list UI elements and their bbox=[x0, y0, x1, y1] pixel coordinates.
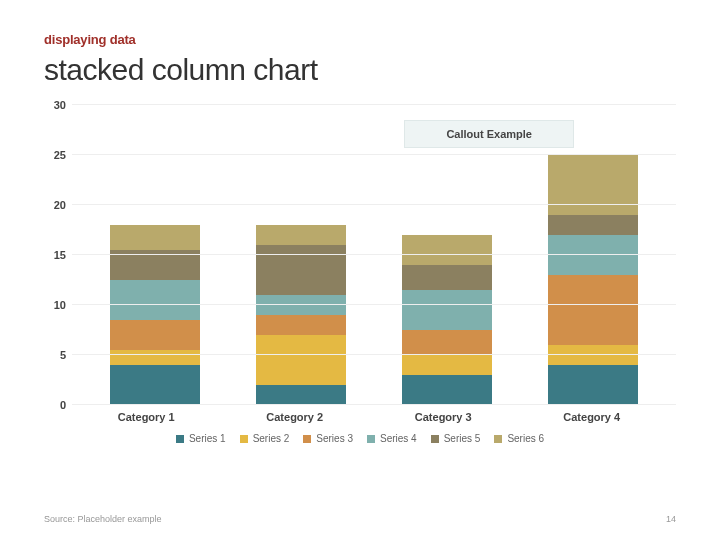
column-wrap bbox=[374, 235, 520, 405]
gridline bbox=[72, 354, 676, 355]
y-tick-label: 15 bbox=[54, 249, 66, 261]
gridline bbox=[72, 254, 676, 255]
segment-series-4 bbox=[256, 295, 346, 315]
segment-series-1 bbox=[548, 365, 638, 405]
callout-text: Callout Example bbox=[446, 128, 532, 140]
segment-series-5 bbox=[256, 245, 346, 295]
stacked-column bbox=[402, 235, 492, 405]
y-tick-label: 20 bbox=[54, 199, 66, 211]
segment-series-2 bbox=[402, 355, 492, 375]
gridline bbox=[72, 304, 676, 305]
eyebrow-text: displaying data bbox=[44, 32, 676, 47]
legend-item: Series 6 bbox=[494, 433, 544, 444]
legend-swatch bbox=[367, 435, 375, 443]
y-axis: 051015202530 bbox=[44, 105, 72, 405]
x-tick-label: Category 4 bbox=[518, 411, 667, 423]
segment-series-2 bbox=[110, 350, 200, 365]
segment-series-6 bbox=[256, 225, 346, 245]
legend-item: Series 2 bbox=[240, 433, 290, 444]
segment-series-4 bbox=[402, 290, 492, 330]
gridline bbox=[72, 104, 676, 105]
chart: 051015202530 Callout Example bbox=[44, 105, 676, 405]
footer: Source: Placeholder example 14 bbox=[44, 514, 676, 524]
segment-series-2 bbox=[548, 345, 638, 365]
segment-series-6 bbox=[110, 225, 200, 250]
slide: displaying data stacked column chart 051… bbox=[0, 0, 720, 540]
column-wrap bbox=[520, 155, 666, 405]
column-wrap bbox=[82, 225, 228, 405]
legend-swatch bbox=[494, 435, 502, 443]
segment-series-1 bbox=[256, 385, 346, 405]
segment-series-5 bbox=[402, 265, 492, 290]
stacked-column bbox=[110, 225, 200, 405]
legend-label: Series 1 bbox=[189, 433, 226, 444]
x-tick-label: Category 2 bbox=[221, 411, 370, 423]
callout-box: Callout Example bbox=[404, 120, 574, 148]
page-number: 14 bbox=[666, 514, 676, 524]
segment-series-2 bbox=[256, 335, 346, 385]
legend-label: Series 5 bbox=[444, 433, 481, 444]
legend-swatch bbox=[431, 435, 439, 443]
segment-series-4 bbox=[548, 235, 638, 275]
y-tick-label: 10 bbox=[54, 299, 66, 311]
segment-series-4 bbox=[110, 280, 200, 320]
legend-label: Series 4 bbox=[380, 433, 417, 444]
legend-swatch bbox=[303, 435, 311, 443]
x-tick-label: Category 1 bbox=[72, 411, 221, 423]
page-title: stacked column chart bbox=[44, 53, 676, 87]
segment-series-6 bbox=[548, 155, 638, 215]
gridline bbox=[72, 204, 676, 205]
legend-item: Series 1 bbox=[176, 433, 226, 444]
legend: Series 1Series 2Series 3Series 4Series 5… bbox=[44, 433, 676, 444]
segment-series-3 bbox=[548, 275, 638, 345]
stacked-column bbox=[548, 155, 638, 405]
segment-series-6 bbox=[402, 235, 492, 265]
y-tick-label: 30 bbox=[54, 99, 66, 111]
legend-label: Series 6 bbox=[507, 433, 544, 444]
column-wrap bbox=[228, 225, 374, 405]
legend-label: Series 3 bbox=[316, 433, 353, 444]
legend-swatch bbox=[176, 435, 184, 443]
legend-swatch bbox=[240, 435, 248, 443]
legend-label: Series 2 bbox=[253, 433, 290, 444]
segment-series-3 bbox=[110, 320, 200, 350]
segment-series-1 bbox=[110, 365, 200, 405]
segment-series-3 bbox=[256, 315, 346, 335]
legend-item: Series 5 bbox=[431, 433, 481, 444]
plot-area: Callout Example bbox=[72, 105, 676, 405]
segment-series-3 bbox=[402, 330, 492, 355]
gridline bbox=[72, 154, 676, 155]
y-tick-label: 5 bbox=[60, 349, 66, 361]
stacked-column bbox=[256, 225, 346, 405]
gridline bbox=[72, 404, 676, 405]
segment-series-5 bbox=[548, 215, 638, 235]
x-tick-label: Category 3 bbox=[369, 411, 518, 423]
legend-item: Series 3 bbox=[303, 433, 353, 444]
x-axis-labels: Category 1Category 2Category 3Category 4 bbox=[44, 405, 676, 423]
legend-item: Series 4 bbox=[367, 433, 417, 444]
y-tick-label: 0 bbox=[60, 399, 66, 411]
y-tick-label: 25 bbox=[54, 149, 66, 161]
segment-series-1 bbox=[402, 375, 492, 405]
columns bbox=[72, 105, 676, 405]
source-text: Source: Placeholder example bbox=[44, 514, 162, 524]
